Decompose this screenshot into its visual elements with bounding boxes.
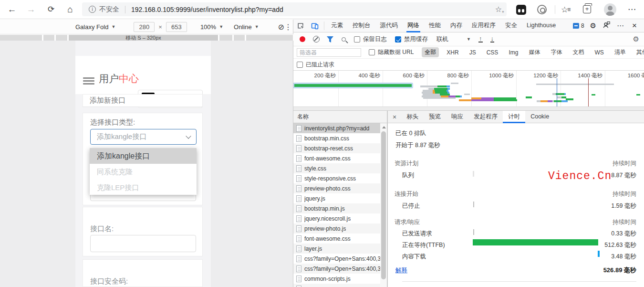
devtools-tab[interactable]: 应用程序 xyxy=(467,19,500,32)
filter-icon[interactable] xyxy=(327,36,333,43)
request-row[interactable]: preview-photo.css xyxy=(293,183,380,193)
no-throttling-icon[interactable]: ⊘ xyxy=(278,22,284,32)
interface-type-select[interactable]: 添加kangle接口 xyxy=(90,129,197,145)
detail-tab[interactable]: 响应 xyxy=(446,111,468,123)
detail-tab[interactable]: 发起程序 xyxy=(468,111,503,123)
dropdown-option[interactable]: 添加kangle接口 xyxy=(90,148,197,164)
request-row[interactable]: style-responsive.css xyxy=(293,173,380,183)
dropdown-option[interactable]: 克隆LEP接口 xyxy=(90,180,197,195)
network-throttling-select[interactable]: 联机 ▼ xyxy=(436,35,471,43)
detail-tab[interactable]: Cookie xyxy=(525,111,554,123)
filter-input[interactable] xyxy=(297,48,361,57)
favorites-icon[interactable]: ☆≡ xyxy=(561,0,571,19)
request-row[interactable]: inventorylist.php?my=add xyxy=(293,123,380,133)
interface-name-input[interactable] xyxy=(90,235,196,252)
request-row[interactable]: css?family=Open+Sans:400,30 xyxy=(293,254,380,264)
media-query-segment[interactable] xyxy=(0,35,42,41)
home-button[interactable]: ⌂ xyxy=(63,0,77,19)
back-button[interactable]: ← xyxy=(5,0,19,19)
inspect-element-icon[interactable] xyxy=(293,19,308,32)
request-type-filter[interactable]: Img xyxy=(506,48,521,57)
forward-button[interactable]: → xyxy=(24,0,38,19)
request-type-filter[interactable]: CSS xyxy=(484,48,501,57)
hamburger-menu-icon[interactable] xyxy=(83,77,94,86)
zoom-select[interactable]: 100%▼ xyxy=(200,23,223,31)
disable-cache-checkbox[interactable]: 禁用缓存 xyxy=(395,35,428,43)
network-overview-canvas[interactable]: 200 毫秒400 毫秒600 毫秒800 毫秒1000 毫秒1200 毫秒14… xyxy=(293,71,644,111)
request-row[interactable]: common-scripts.js xyxy=(293,274,380,284)
request-row[interactable]: css?family=Open+Sans:400,30 xyxy=(293,264,380,274)
site-info-icon[interactable]: i xyxy=(89,6,96,13)
request-row[interactable] xyxy=(293,284,380,287)
add-favorite-icon[interactable]: ☆+ xyxy=(495,5,502,14)
request-row[interactable]: jquery.js xyxy=(293,193,380,203)
devtools-tab[interactable]: 源代码 xyxy=(375,19,403,32)
device-toolbar-menu-icon[interactable]: ⋮ xyxy=(284,22,292,32)
request-row[interactable]: bootstrap.min.js xyxy=(293,203,380,213)
request-row[interactable]: font-awesome.css xyxy=(293,153,380,163)
dropdown-option[interactable]: 同系统克隆 xyxy=(90,164,197,180)
reload-button[interactable]: ⟳ xyxy=(44,0,58,19)
devtools-close-icon[interactable]: × xyxy=(628,21,641,31)
media-query-segment[interactable] xyxy=(234,35,245,41)
devtools-tab[interactable]: 内存 xyxy=(446,19,467,32)
request-type-filter[interactable]: 其他 xyxy=(634,47,644,57)
media-query-segment[interactable] xyxy=(219,35,232,41)
devtools-menu-icon[interactable]: ⋯ xyxy=(613,21,628,30)
devtools-tab[interactable]: Lighthouse xyxy=(522,19,561,32)
devtools-tab[interactable]: 性能 xyxy=(424,19,446,32)
browser-menu-icon[interactable]: ⋯ xyxy=(625,0,639,19)
network-settings-gear-icon[interactable]: ⚙ xyxy=(633,35,639,43)
close-detail-icon[interactable]: × xyxy=(388,113,401,121)
request-row[interactable]: bootstrap-reset.css xyxy=(293,143,380,153)
request-type-filter[interactable]: 字体 xyxy=(548,47,565,57)
request-row[interactable]: jquery.nicescroll.js xyxy=(293,213,380,223)
extension-icon[interactable] xyxy=(516,5,526,15)
console-messages-icon[interactable]: 8 xyxy=(571,22,587,29)
devtools-tab[interactable]: 安全 xyxy=(500,19,522,32)
record-network-log-icon[interactable] xyxy=(300,36,305,42)
extension-icon-2[interactable] xyxy=(537,5,547,14)
settings-gear-icon[interactable]: ⚙ xyxy=(587,21,600,30)
export-har-icon[interactable]: ↓ xyxy=(490,36,495,43)
profile-avatar[interactable] xyxy=(604,3,616,16)
media-query-segment[interactable] xyxy=(56,35,67,41)
clear-network-log-icon[interactable] xyxy=(313,36,320,43)
collections-icon[interactable]: + xyxy=(583,5,591,13)
devtools-tab[interactable]: 元素 xyxy=(326,19,348,32)
request-row[interactable]: font-awesome.css xyxy=(293,234,380,244)
request-type-filter[interactable]: XHR xyxy=(444,48,461,57)
search-icon[interactable] xyxy=(342,37,346,42)
request-type-filter[interactable]: 全部 xyxy=(422,47,439,57)
detail-tab[interactable]: 预览 xyxy=(424,111,446,123)
media-query-segment[interactable] xyxy=(43,35,54,41)
request-type-filter[interactable]: WS xyxy=(592,48,606,57)
viewport-height-input[interactable] xyxy=(166,22,187,32)
detail-tab[interactable]: 计时 xyxy=(503,111,525,123)
request-row[interactable]: style.css xyxy=(293,163,380,173)
import-har-icon[interactable]: ↑ xyxy=(478,36,483,43)
media-query-segment-mobile-s[interactable]: 移动 S – 320px xyxy=(69,35,218,41)
detail-tab[interactable]: 标头 xyxy=(401,111,424,123)
viewport-width-input[interactable] xyxy=(134,22,155,32)
device-emulation-icon[interactable] xyxy=(308,19,322,32)
request-type-filter[interactable]: JS xyxy=(467,48,479,57)
blocked-requests-checkbox[interactable]: 已阻止请求 xyxy=(297,61,334,69)
explanation-link[interactable]: 解释 xyxy=(395,266,407,275)
remote-devices-icon[interactable] xyxy=(600,21,613,30)
name-column-header[interactable]: 名称 xyxy=(293,111,387,123)
network-condition-select[interactable]: Online▼ xyxy=(234,23,259,31)
media-query-segment[interactable] xyxy=(246,35,293,41)
address-bar[interactable]: i 不安全 192.168.0.105:9999/user/inventoryl… xyxy=(82,2,507,16)
request-row[interactable]: layer.js xyxy=(293,244,380,254)
request-row[interactable]: preview-photo.js xyxy=(293,223,380,234)
device-select[interactable]: Galaxy Fold▼ xyxy=(75,23,115,31)
scrollbar-thumb[interactable] xyxy=(381,131,386,279)
request-type-filter[interactable]: 文档 xyxy=(570,47,587,57)
scroll-up-icon[interactable] xyxy=(382,126,386,128)
hide-data-url-checkbox[interactable]: 隐藏数据 URL xyxy=(369,48,414,56)
preserve-log-checkbox[interactable]: 保留日志 xyxy=(354,35,387,43)
request-list-scrollbar[interactable] xyxy=(380,123,387,287)
request-type-filter[interactable]: 媒体 xyxy=(526,47,543,57)
request-row[interactable]: bootstrap.min.css xyxy=(293,133,380,143)
